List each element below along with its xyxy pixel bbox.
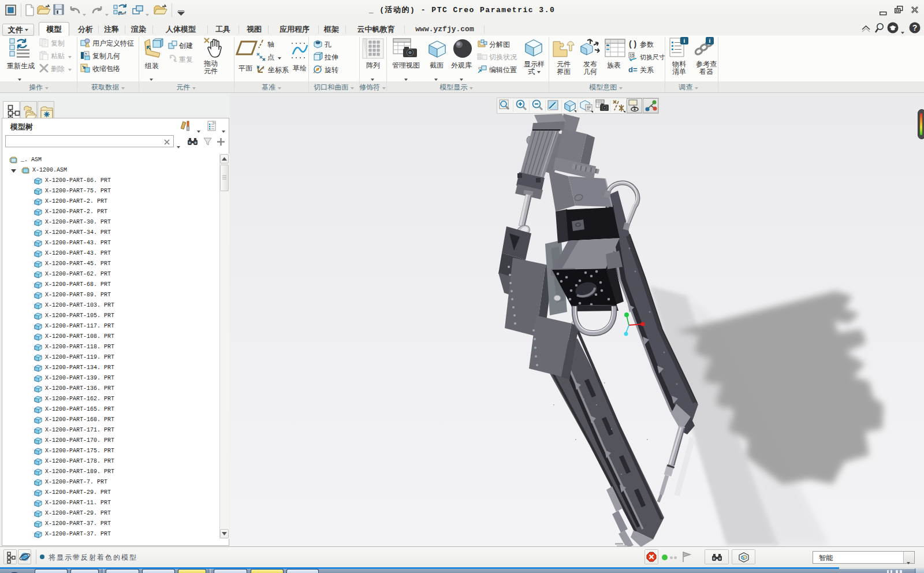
svg-text:i: i bbox=[709, 38, 711, 44]
svg-text:i: i bbox=[684, 38, 685, 44]
svg-text:15: 15 bbox=[629, 53, 634, 57]
svg-text:yx: yx bbox=[478, 66, 482, 69]
svg-text:d=: d= bbox=[628, 65, 638, 74]
svg-text:?: ? bbox=[912, 23, 918, 32]
svg-text:( ): ( ) bbox=[629, 39, 636, 49]
svg-text:x: x bbox=[262, 66, 264, 70]
